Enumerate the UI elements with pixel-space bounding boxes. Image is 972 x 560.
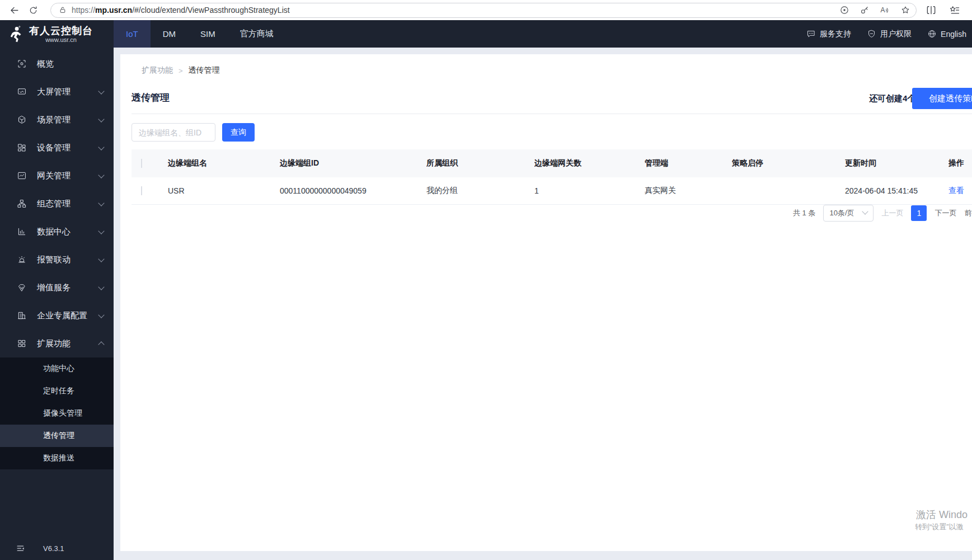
chat-icon — [806, 29, 816, 39]
top-navbar: IoTDMSIM官方商城 服务支持用户权限English — [0, 20, 972, 48]
cell-gateway_count: 1 — [534, 186, 645, 195]
sidebar-subitem-0[interactable]: 功能中心 — [0, 357, 114, 380]
sidebar-item-0[interactable]: 概览 — [0, 50, 114, 78]
browser-toolbar: https://mp.usr.cn/#/cloud/extend/ViewPas… — [0, 0, 972, 20]
breadcrumb-current: 透传管理 — [189, 65, 220, 76]
nav-tab-sim[interactable]: SIM — [188, 20, 228, 48]
chevron-up-icon — [98, 341, 104, 347]
main-area: 扩展功能 > 透传管理 透传管理 还可创建4个 创建透传策略 查询 边缘端组名边… — [114, 48, 972, 560]
breadcrumb-parent[interactable]: 扩展功能 — [142, 65, 173, 76]
topnav-item-2[interactable]: English — [927, 29, 966, 39]
scene-icon — [17, 115, 27, 125]
sidebar-subitem-3[interactable]: 透传管理 — [0, 425, 114, 447]
col-header-group_name: 边缘端组名 — [168, 158, 280, 168]
view-link[interactable]: 查看 — [948, 186, 964, 195]
usr-logo-icon — [7, 25, 26, 44]
collapse-sidebar-icon[interactable] — [16, 543, 26, 554]
sidebar-item-4[interactable]: 网关管理 — [0, 162, 114, 190]
topnav-right: 服务支持用户权限English — [806, 20, 972, 48]
overview-icon — [17, 59, 27, 69]
value-added-icon — [17, 283, 27, 293]
col-header-checkbox — [132, 159, 168, 168]
sidebar-item-7[interactable]: 报警联动 — [0, 246, 114, 274]
pagination-total: 共 1 条 — [793, 208, 815, 218]
query-button[interactable]: 查询 — [222, 123, 255, 142]
sidebar-submenu: 功能中心定时任务摄像头管理透传管理数据推送 — [0, 357, 114, 469]
sidebar-subitem-1[interactable]: 定时任务 — [0, 380, 114, 402]
read-aloud-icon[interactable]: A — [880, 5, 890, 16]
refresh-icon[interactable] — [24, 2, 43, 18]
chevron-down-icon — [98, 144, 104, 150]
cell-org: 我的分组 — [426, 186, 534, 196]
split-screen-icon[interactable] — [926, 4, 937, 16]
table-row: USR00011000000000049059我的分组1真实网关2024-06-… — [132, 177, 972, 205]
favorite-star-icon[interactable] — [900, 5, 910, 15]
col-header-updated_at: 更新时间 — [845, 158, 948, 168]
alarm-icon — [17, 255, 27, 265]
search-input[interactable] — [132, 123, 215, 142]
url-text[interactable]: https://mp.usr.cn/#/cloud/extend/ViewPas… — [72, 6, 839, 15]
current-page-button[interactable]: 1 — [911, 205, 927, 221]
product-tabs: IoTDMSIM官方商城 — [114, 20, 286, 48]
nav-tab-dm[interactable]: DM — [151, 20, 188, 48]
col-header-enabled: 策略启停 — [732, 158, 845, 168]
pagination: 共 1 条 10条/页 上一页 1 下一页 前往 — [793, 204, 972, 222]
favorites-list-icon[interactable] — [949, 4, 960, 16]
sidebar-item-1[interactable]: 大屏管理 — [0, 78, 114, 106]
sidebar-item-9[interactable]: 企业专属配置 — [0, 302, 114, 330]
select-all-checkbox[interactable] — [141, 159, 142, 168]
sidebar-item-8[interactable]: 增值服务 — [0, 274, 114, 302]
table-header-row: 边缘端组名边缘端组ID所属组织边缘端网关数管理端策略启停更新时间操作 — [132, 149, 972, 177]
sidebar-item-5[interactable]: 组态管理 — [0, 190, 114, 218]
page-title: 透传管理 — [132, 91, 170, 104]
svg-text:A: A — [881, 6, 885, 14]
globe-icon — [927, 29, 937, 39]
sidebar-item-3[interactable]: 设备管理 — [0, 134, 114, 162]
screen-icon — [17, 87, 27, 97]
enterprise-icon — [17, 310, 27, 321]
nav-tab-官方商城[interactable]: 官方商城 — [228, 20, 286, 48]
col-header-org: 所属组织 — [426, 158, 534, 168]
logo[interactable]: 有人云控制台 www.usr.cn — [0, 20, 114, 48]
sidebar-menu: 概览大屏管理场景管理设备管理网关管理组态管理数据中心报警联动增值服务企业专属配置… — [0, 50, 114, 469]
location-icon[interactable] — [839, 5, 849, 15]
col-header-gateway_count: 边缘端网关数 — [534, 158, 645, 168]
shield-icon — [867, 29, 876, 39]
sidebar-item-2[interactable]: 场景管理 — [0, 106, 114, 134]
cell-manager: 真实网关 — [645, 186, 732, 196]
row-checkbox[interactable] — [141, 186, 142, 195]
prev-page-button[interactable]: 上一页 — [881, 208, 903, 218]
chevron-down-icon — [98, 228, 104, 234]
next-page-button[interactable]: 下一页 — [935, 208, 956, 218]
sidebar-subitem-4[interactable]: 数据推送 — [0, 447, 114, 469]
chevron-down-icon — [98, 116, 104, 122]
topnav-item-1[interactable]: 用户权限 — [867, 29, 912, 39]
key-icon[interactable] — [860, 5, 870, 15]
page-size-select[interactable]: 10条/页 — [823, 205, 874, 222]
breadcrumb-separator-icon: > — [179, 67, 183, 75]
back-icon[interactable] — [4, 2, 24, 18]
cell-group_name: USR — [168, 186, 280, 195]
logo-title: 有人云控制台 — [29, 25, 93, 36]
sidebar-subitem-2[interactable]: 摄像头管理 — [0, 402, 114, 425]
title-divider — [132, 114, 972, 114]
chevron-down-icon — [98, 256, 104, 262]
version-label: V6.3.1 — [43, 544, 64, 553]
topnav-item-0[interactable]: 服务支持 — [806, 29, 851, 39]
quota-text: 还可创建4个 — [869, 93, 915, 104]
sidebar-item-6[interactable]: 数据中心 — [0, 218, 114, 246]
configuration-icon — [17, 199, 27, 209]
nav-tab-iot[interactable]: IoT — [114, 20, 151, 48]
create-strategy-button[interactable]: 创建透传策略 — [912, 88, 972, 109]
data-center-icon — [17, 227, 27, 237]
col-header-manager: 管理端 — [645, 158, 732, 168]
col-header-group_id: 边缘端组ID — [280, 158, 426, 168]
sidebar-item-10[interactable]: 扩展功能 — [0, 330, 114, 357]
lock-icon[interactable] — [59, 6, 67, 14]
content-panel: 扩展功能 > 透传管理 透传管理 还可创建4个 创建透传策略 查询 边缘端组名边… — [120, 54, 972, 551]
address-bar[interactable]: https://mp.usr.cn/#/cloud/extend/ViewPas… — [50, 3, 917, 18]
cell-group_id: 00011000000000049059 — [280, 186, 426, 195]
chevron-down-icon — [98, 172, 104, 178]
extend-icon — [17, 338, 27, 349]
strategy-table: 边缘端组名边缘端组ID所属组织边缘端网关数管理端策略启停更新时间操作 USR00… — [132, 149, 972, 205]
